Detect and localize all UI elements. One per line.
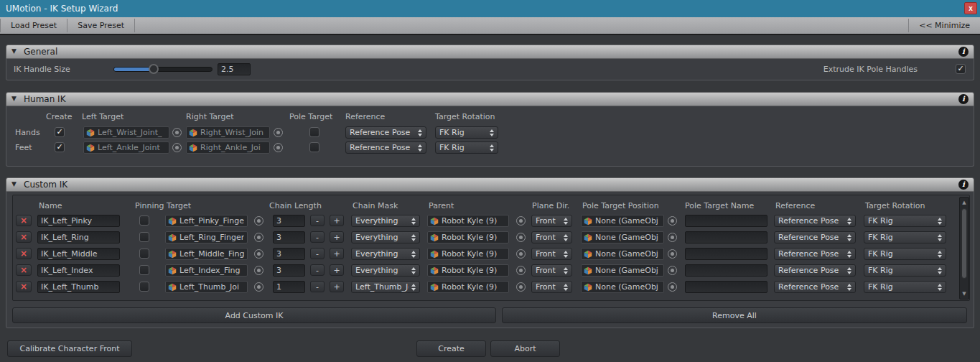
- pole-target-position-object-field[interactable]: None (GameObj: [581, 248, 664, 260]
- delete-row-button[interactable]: ×: [16, 231, 32, 243]
- object-picker-icon[interactable]: [516, 266, 526, 275]
- human-ik-section-header[interactable]: ▼ Human IK i: [6, 92, 974, 106]
- object-picker-icon[interactable]: [274, 128, 283, 137]
- chain-mask-dropdown[interactable]: Everything: [351, 248, 420, 260]
- close-button[interactable]: x: [964, 2, 977, 14]
- scroll-down-button[interactable]: ▼: [960, 289, 969, 298]
- chain-mask-dropdown[interactable]: Everything: [351, 231, 420, 243]
- object-picker-icon[interactable]: [254, 249, 263, 259]
- target-object-field[interactable]: Left_Index_Fing: [165, 264, 248, 277]
- pole-target-position-object-field[interactable]: None (GameObj: [581, 281, 664, 293]
- feet-pole-target-checkbox[interactable]: [309, 142, 319, 152]
- ik-name-field[interactable]: IK_Left_Index: [37, 264, 120, 277]
- object-picker-icon[interactable]: [172, 128, 182, 137]
- abort-button[interactable]: Abort: [490, 340, 560, 357]
- reference-dropdown[interactable]: Reference Pose: [774, 215, 856, 227]
- minimize-button[interactable]: << Minimize: [909, 17, 980, 34]
- ik-name-field[interactable]: IK_Left_Ring: [37, 231, 120, 243]
- ik-name-field[interactable]: IK_Left_Pinky: [37, 215, 120, 227]
- chain-length-field[interactable]: 3: [273, 231, 305, 243]
- target-rotation-dropdown[interactable]: FK Rig: [864, 248, 946, 260]
- object-picker-icon[interactable]: [516, 249, 526, 259]
- object-picker-icon[interactable]: [516, 216, 526, 226]
- pole-target-name-field[interactable]: [685, 231, 767, 243]
- object-picker-icon[interactable]: [668, 249, 677, 259]
- plane-dir-dropdown[interactable]: Front: [531, 248, 572, 260]
- target-rotation-dropdown[interactable]: FK Rig: [864, 231, 946, 243]
- delete-row-button[interactable]: ×: [16, 264, 32, 276]
- chain-length-decrease-button[interactable]: -: [310, 248, 325, 259]
- ik-handle-size-slider[interactable]: [113, 63, 214, 75]
- object-picker-icon[interactable]: [668, 216, 677, 226]
- hands-pole-target-checkbox[interactable]: [309, 127, 319, 137]
- hands-create-checkbox[interactable]: ✓: [55, 127, 65, 137]
- pinning-checkbox[interactable]: [139, 249, 149, 259]
- reference-dropdown[interactable]: Reference Pose: [774, 264, 856, 277]
- chain-length-field[interactable]: 1: [273, 281, 305, 293]
- delete-row-button[interactable]: ×: [16, 215, 32, 226]
- object-picker-icon[interactable]: [172, 143, 182, 152]
- parent-object-field[interactable]: Robot Kyle (9): [427, 281, 509, 293]
- create-button[interactable]: Create: [416, 340, 486, 357]
- chain-length-decrease-button[interactable]: -: [310, 264, 325, 276]
- object-picker-icon[interactable]: [516, 282, 526, 292]
- plane-dir-dropdown[interactable]: Front: [531, 281, 572, 293]
- plane-dir-dropdown[interactable]: Front: [531, 215, 572, 227]
- feet-create-checkbox[interactable]: ✓: [55, 142, 65, 152]
- scrollbar-thumb[interactable]: [961, 208, 967, 279]
- target-rotation-dropdown[interactable]: FK Rig: [864, 215, 946, 227]
- pole-target-name-field[interactable]: [685, 248, 767, 260]
- pinning-checkbox[interactable]: [139, 215, 149, 226]
- reference-dropdown[interactable]: Reference Pose: [774, 281, 856, 293]
- feet-right-target-object-field[interactable]: Right_Ankle_Joi: [186, 141, 270, 154]
- target-object-field[interactable]: Left_Middle_Fing: [165, 248, 248, 260]
- info-icon[interactable]: i: [958, 47, 969, 57]
- parent-object-field[interactable]: Robot Kyle (9): [427, 231, 509, 243]
- chain-length-field[interactable]: 3: [273, 215, 305, 227]
- hands-target-rotation-dropdown[interactable]: FK Rig: [435, 126, 498, 139]
- delete-row-button[interactable]: ×: [16, 281, 32, 292]
- feet-target-rotation-dropdown[interactable]: FK Rig: [435, 141, 498, 154]
- hands-reference-dropdown[interactable]: Reference Pose: [345, 126, 426, 139]
- chain-length-decrease-button[interactable]: -: [310, 231, 325, 243]
- parent-object-field[interactable]: Robot Kyle (9): [427, 248, 509, 260]
- chain-mask-dropdown[interactable]: Everything: [351, 215, 420, 227]
- calibrate-character-front-button[interactable]: Calibrate Character Front: [7, 340, 132, 357]
- chain-length-field[interactable]: 3: [273, 264, 305, 277]
- target-rotation-dropdown[interactable]: FK Rig: [864, 281, 946, 293]
- chain-length-field[interactable]: 3: [273, 248, 305, 260]
- parent-object-field[interactable]: Robot Kyle (9): [427, 264, 509, 277]
- pinning-checkbox[interactable]: [139, 232, 149, 242]
- object-picker-icon[interactable]: [254, 282, 263, 292]
- object-picker-icon[interactable]: [668, 233, 677, 242]
- ik-name-field[interactable]: IK_Left_Middle: [37, 248, 120, 260]
- feet-left-target-object-field[interactable]: Left_Ankle_Joint: [83, 141, 169, 154]
- plane-dir-dropdown[interactable]: Front: [531, 264, 572, 277]
- parent-object-field[interactable]: Robot Kyle (9): [427, 215, 509, 227]
- hands-right-target-object-field[interactable]: Right_Wrist_Join: [186, 126, 270, 139]
- feet-reference-dropdown[interactable]: Reference Pose: [345, 141, 426, 154]
- object-picker-icon[interactable]: [668, 282, 677, 292]
- object-picker-icon[interactable]: [254, 266, 263, 275]
- info-icon[interactable]: i: [958, 94, 969, 104]
- pole-target-name-field[interactable]: [685, 281, 767, 293]
- chain-length-decrease-button[interactable]: -: [310, 281, 325, 292]
- delete-row-button[interactable]: ×: [16, 248, 32, 259]
- custom-ik-section-header[interactable]: ▼ Custom IK i: [6, 177, 974, 192]
- reference-dropdown[interactable]: Reference Pose: [774, 248, 856, 260]
- target-object-field[interactable]: Left_Thumb_Joi: [165, 281, 248, 293]
- object-picker-icon[interactable]: [254, 233, 263, 242]
- ik-handle-size-field[interactable]: 2.5: [218, 63, 251, 75]
- hands-left-target-object-field[interactable]: Left_Wrist_Joint_: [83, 126, 169, 139]
- object-picker-icon[interactable]: [668, 266, 677, 275]
- slider-knob[interactable]: [149, 64, 159, 74]
- info-icon[interactable]: i: [958, 180, 969, 190]
- reference-dropdown[interactable]: Reference Pose: [774, 231, 856, 243]
- target-object-field[interactable]: Left_Ring_Finger: [165, 231, 248, 243]
- object-picker-icon[interactable]: [516, 233, 526, 242]
- chain-length-increase-button[interactable]: +: [330, 248, 344, 259]
- load-preset-button[interactable]: Load Preset: [1, 17, 67, 34]
- chain-length-increase-button[interactable]: +: [330, 231, 344, 243]
- pole-target-position-object-field[interactable]: None (GameObj: [581, 264, 664, 277]
- plane-dir-dropdown[interactable]: Front: [531, 231, 572, 243]
